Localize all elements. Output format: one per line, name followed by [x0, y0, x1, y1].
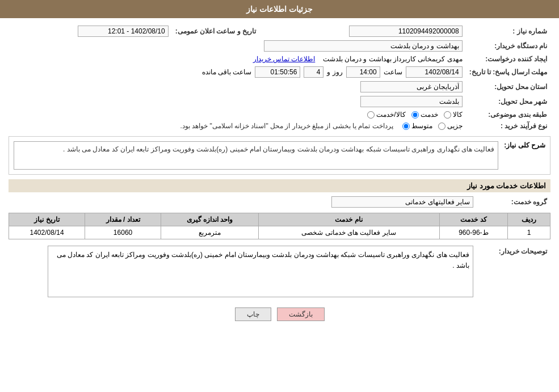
col-date: تاریخ نیاز [9, 213, 85, 226]
table-row: شهر محل تحویل: [9, 94, 550, 109]
category-both-radio[interactable] [367, 111, 375, 119]
province-input[interactable] [360, 81, 463, 92]
creator-link[interactable]: اطلاعات تماس خریدار [253, 55, 316, 63]
services-section: اطلاعات خدمات مورد نیاز گروه خدمت: ردیف … [9, 179, 550, 239]
deadline-label: مهلت ارسال پاسخ: تا تاریخ: [466, 65, 550, 79]
process-value: جزیی متوسط پرداخت تمام یا بخشی از مبلغ خ… [9, 120, 466, 132]
category-option-both[interactable]: کالا/خدمت [367, 111, 405, 119]
table-row: نام دستگاه خریدار: [9, 39, 550, 53]
service-group-row: گروه خدمت: [9, 195, 550, 209]
city-input[interactable] [360, 96, 463, 107]
cell-qty: 16060 [85, 226, 161, 239]
cell-name: سایر فعالیت های خدماتی شخصی [258, 226, 439, 239]
col-unit: واحد اندازه گیری [161, 213, 259, 226]
category-kala-radio[interactable] [444, 111, 451, 119]
table-row: شماره نیاز : تاریخ و ساعت اعلان عمومی: [9, 24, 550, 39]
cell-row: 1 [508, 226, 550, 239]
announce-input[interactable] [78, 26, 169, 37]
org-name-label: نام دستگاه خریدار: [466, 39, 550, 53]
main-content: شماره نیاز : تاریخ و ساعت اعلان عمومی: ن… [0, 18, 559, 334]
org-name-input[interactable] [264, 40, 463, 52]
description-section: شرح کلی نیاز: فعالیت های نگهداری وراهبری… [9, 136, 550, 175]
process-mota-radio[interactable] [402, 123, 410, 130]
buyer-notes-textarea[interactable] [48, 246, 473, 297]
process-note: پرداخت تمام یا بخشی از مبلغ خریدار از مح… [180, 122, 393, 130]
deadline-row: ساعت روز و ساعت باقی مانده [12, 66, 463, 78]
category-option-khedmat[interactable]: خدمت [411, 111, 438, 119]
col-row: ردیف [508, 213, 550, 226]
creator-label: ایجاد کننده درخواست: [466, 53, 550, 65]
process-radio-group: جزیی متوسط [402, 122, 463, 130]
page-container: جزئیات اطلاعات نیاز شماره نیاز : تاریخ و… [0, 0, 559, 392]
announce-value [9, 24, 172, 39]
col-qty: تعداد / مقدار [85, 213, 161, 226]
process-jozi-radio[interactable] [438, 123, 445, 130]
province-value [9, 79, 466, 94]
process-label: نوع فرآیند خرید : [466, 120, 550, 132]
cell-date: 1402/08/14 [9, 226, 85, 239]
buyer-notes-row: توصیحات خریدار: [9, 244, 550, 301]
need-number-value [264, 24, 466, 39]
col-code: کد خدمت [439, 213, 508, 226]
deadline-time-input[interactable] [346, 66, 380, 78]
table-row: نوع فرآیند خرید : جزیی متوسط [9, 120, 550, 132]
description-row: شرح کلی نیاز: فعالیت های نگهداری وراهبری… [14, 141, 545, 170]
process-option-mota[interactable]: متوسط [402, 122, 432, 130]
deadline-days-input[interactable] [304, 66, 323, 78]
deadline-remaining-label: ساعت باقی مانده [202, 68, 252, 76]
process-option-jozi[interactable]: جزیی [438, 122, 463, 130]
button-row: بازگشت چاپ [9, 307, 550, 321]
page-header: جزئیات اطلاعات نیاز [0, 0, 559, 18]
process-jozi-label: جزیی [447, 122, 463, 130]
services-table-header-row: ردیف کد خدمت نام خدمت واحد اندازه گیری ت… [9, 213, 550, 226]
deadline-value: ساعت روز و ساعت باقی مانده [9, 65, 466, 79]
table-row: 1 ط-96-960 سایر فعالیت های خدماتی شخصی م… [9, 226, 550, 239]
category-label: طبقه بندی موضوعی: [466, 109, 550, 120]
table-row: طبقه بندی موضوعی: کالا خدمت کالا/خدمت [9, 109, 550, 120]
service-group-table: گروه خدمت: [9, 195, 550, 209]
table-row: استان محل تحویل: [9, 79, 550, 94]
city-value [9, 94, 466, 109]
page-title: جزئیات اطلاعات نیاز [246, 5, 313, 14]
deadline-days-label: روز و [327, 68, 342, 76]
service-group-label: گروه خدمت: [477, 195, 550, 209]
category-both-label: کالا/خدمت [376, 111, 405, 119]
table-row: مهلت ارسال پاسخ: تا تاریخ: ساعت روز و سا… [9, 65, 550, 79]
description-text: فعالیت های نگهداری وراهبری تاسیسات شبکه … [14, 141, 498, 170]
back-button[interactable]: بازگشت [277, 307, 325, 321]
cell-unit: مترمربع [161, 226, 259, 239]
service-group-value [9, 195, 477, 209]
org-name-value [9, 39, 466, 53]
need-number-input[interactable] [349, 26, 463, 37]
services-table-head: ردیف کد خدمت نام خدمت واحد اندازه گیری ت… [9, 213, 550, 226]
creator-value: مهدی کریمخانی کاربرداز بهداشت و درمان بل… [9, 53, 466, 65]
deadline-date-input[interactable] [406, 66, 463, 78]
cell-code: ط-96-960 [439, 226, 508, 239]
deadline-time-label: ساعت [384, 68, 402, 76]
category-khedmat-radio[interactable] [411, 111, 419, 119]
city-label: شهر محل تحویل: [466, 94, 550, 109]
col-name: نام خدمت [258, 213, 439, 226]
description-title: شرح کلی نیاز: [504, 141, 545, 149]
deadline-remaining-input[interactable] [255, 66, 300, 78]
category-khedmat-label: خدمت [421, 111, 438, 119]
buyer-notes-value [9, 244, 477, 301]
creator-name: مهدی کریمخانی کاربرداز بهداشت و درمان بل… [323, 55, 463, 63]
category-value: کالا خدمت کالا/خدمت [9, 109, 466, 120]
table-row: ایجاد کننده درخواست: مهدی کریمخانی کاربر… [9, 53, 550, 65]
print-button[interactable]: چاپ [235, 307, 271, 321]
category-option-kala[interactable]: کالا [444, 111, 463, 119]
info-table: شماره نیاز : تاریخ و ساعت اعلان عمومی: ن… [9, 24, 550, 132]
services-table: ردیف کد خدمت نام خدمت واحد اندازه گیری ت… [9, 213, 550, 239]
need-number-label: شماره نیاز : [466, 24, 550, 39]
process-row: جزیی متوسط پرداخت تمام یا بخشی از مبلغ خ… [12, 122, 463, 130]
services-table-body: 1 ط-96-960 سایر فعالیت های خدماتی شخصی م… [9, 226, 550, 239]
category-radio-group: کالا خدمت کالا/خدمت [367, 111, 462, 119]
service-group-input[interactable] [331, 196, 473, 208]
process-mota-label: متوسط [411, 122, 432, 130]
category-kala-label: کالا [453, 111, 463, 119]
services-title: اطلاعات خدمات مورد نیاز [9, 179, 550, 192]
buyer-notes-table: توصیحات خریدار: [9, 244, 550, 301]
buyer-notes-label: توصیحات خریدار: [477, 244, 550, 301]
province-label: استان محل تحویل: [466, 79, 550, 94]
